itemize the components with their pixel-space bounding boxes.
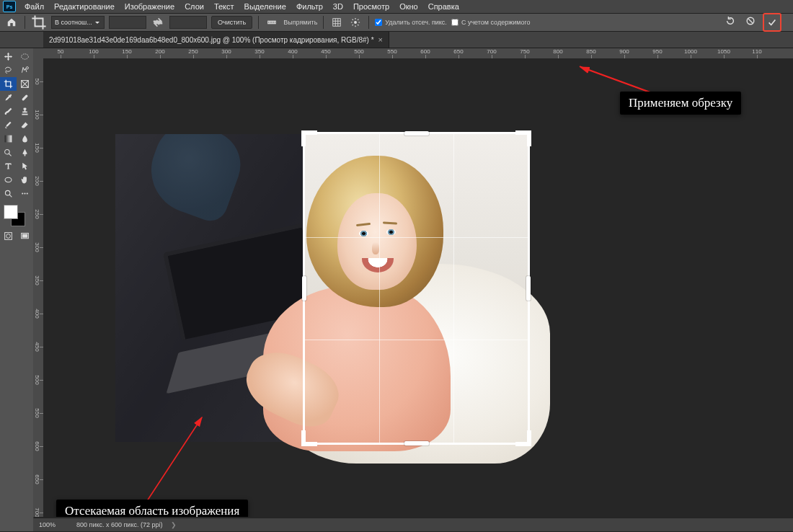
document-tab-title: 2d991018ae31d43e0de169daa6b48ed0_800x600… bbox=[49, 36, 374, 44]
svg-point-14 bbox=[27, 192, 28, 194]
canvas[interactable]: Применяем обрезку Отсекаемая область изо… bbox=[43, 58, 793, 517]
home-button[interactable] bbox=[4, 16, 19, 29]
svg-point-16 bbox=[6, 234, 11, 239]
svg-rect-8 bbox=[5, 136, 12, 143]
quick-select-tool[interactable] bbox=[17, 63, 33, 77]
delete-pixels-label: Удалить отсеч. пикс. bbox=[385, 19, 447, 26]
color-swatches[interactable] bbox=[4, 203, 30, 226]
svg-point-2 bbox=[354, 21, 357, 24]
workspace: 5010015020025030035040045050055060065070… bbox=[0, 48, 793, 531]
zoom-level[interactable]: 100% bbox=[39, 521, 68, 528]
svg-point-12 bbox=[22, 192, 23, 194]
ruler-origin[interactable] bbox=[33, 48, 44, 59]
crop-tool-indicator[interactable] bbox=[31, 16, 47, 29]
frame-tool[interactable] bbox=[17, 77, 33, 91]
crop-handle-bl[interactable] bbox=[301, 430, 317, 446]
menu-text[interactable]: Текст bbox=[210, 1, 239, 12]
dodge-tool[interactable] bbox=[0, 146, 17, 159]
move-tool[interactable] bbox=[0, 50, 17, 63]
menu-help[interactable]: Справка bbox=[424, 1, 464, 12]
document-tab-bar: 2d991018ae31d43e0de169daa6b48ed0_800x600… bbox=[0, 32, 793, 48]
type-tool[interactable] bbox=[0, 159, 17, 173]
menu-image[interactable]: Изображение bbox=[120, 1, 179, 12]
crop-width-input[interactable] bbox=[109, 16, 146, 29]
crop-handle-bottom[interactable] bbox=[404, 441, 429, 445]
crop-handle-tr[interactable] bbox=[515, 130, 531, 146]
svg-rect-15 bbox=[5, 233, 12, 240]
crop-handle-left[interactable] bbox=[302, 276, 306, 301]
stamp-tool[interactable] bbox=[17, 105, 33, 118]
quick-mask-button[interactable] bbox=[0, 229, 17, 243]
foreground-color[interactable] bbox=[4, 205, 18, 219]
options-bar: В соотнош... Очистить Выпрямить Удалить … bbox=[0, 14, 793, 32]
cancel-crop-button[interactable] bbox=[743, 13, 758, 29]
content-aware-label: С учетом содержимого bbox=[461, 19, 531, 26]
vertical-ruler[interactable]: 5010015020025030035040045050055060065070… bbox=[33, 58, 44, 517]
crop-tool[interactable] bbox=[0, 77, 17, 91]
reset-crop-button[interactable] bbox=[722, 13, 738, 29]
eyedropper-tool[interactable] bbox=[0, 91, 17, 105]
straighten-button[interactable] bbox=[265, 16, 279, 29]
shape-tool[interactable] bbox=[0, 173, 17, 187]
document-tab[interactable]: 2d991018ae31d43e0de169daa6b48ed0_800x600… bbox=[43, 32, 389, 48]
menu-layers[interactable]: Слои bbox=[180, 1, 208, 12]
healing-tool[interactable] bbox=[17, 91, 33, 105]
crop-handle-tl[interactable] bbox=[301, 130, 317, 146]
brush-tool[interactable] bbox=[0, 105, 17, 118]
crop-handle-top[interactable] bbox=[404, 131, 429, 136]
ratio-preset-dropdown[interactable]: В соотнош... bbox=[51, 16, 105, 29]
svg-point-13 bbox=[24, 192, 25, 194]
annotation-cut-area: Отсекаемая область изображения bbox=[56, 500, 248, 517]
commit-crop-button[interactable] bbox=[763, 13, 781, 32]
svg-point-5 bbox=[26, 67, 28, 69]
pen-tool[interactable] bbox=[17, 146, 33, 159]
clear-button[interactable]: Очистить bbox=[211, 16, 252, 29]
lasso-tool[interactable] bbox=[0, 63, 17, 77]
crop-height-input[interactable] bbox=[169, 16, 207, 29]
separator bbox=[368, 16, 369, 29]
svg-point-11 bbox=[5, 190, 10, 195]
horizontal-ruler[interactable]: 5010015020025030035040045050055060065070… bbox=[43, 48, 793, 59]
svg-rect-18 bbox=[22, 234, 27, 237]
menu-filter[interactable]: Фильтр bbox=[292, 1, 327, 12]
annotation-apply-crop: Применяем обрезку bbox=[620, 92, 741, 115]
crop-selection[interactable] bbox=[303, 132, 530, 445]
separator bbox=[258, 16, 259, 29]
ps-logo: Ps bbox=[3, 1, 16, 12]
path-select-tool[interactable] bbox=[17, 159, 33, 173]
svg-point-10 bbox=[5, 177, 12, 182]
content-aware-checkbox[interactable]: С учетом содержимого bbox=[451, 19, 531, 26]
menu-3d[interactable]: 3D bbox=[329, 1, 347, 12]
swap-dimensions-button[interactable] bbox=[151, 16, 165, 29]
menu-bar: Ps Файл Редактирование Изображение Слои … bbox=[0, 0, 793, 14]
straighten-label: Выпрямить bbox=[283, 19, 317, 26]
crop-options-button[interactable] bbox=[348, 16, 363, 29]
eraser-tool[interactable] bbox=[17, 118, 33, 132]
menu-edit[interactable]: Редактирование bbox=[50, 1, 119, 12]
menu-window[interactable]: Окно bbox=[395, 1, 422, 12]
status-flyout-button[interactable]: ❯ bbox=[171, 521, 177, 528]
blur-tool[interactable] bbox=[17, 132, 33, 146]
crop-handle-br[interactable] bbox=[515, 430, 531, 446]
document-dimensions: 800 пикс. x 600 пикс. (72 ppi) bbox=[76, 521, 162, 528]
gradient-tool[interactable] bbox=[0, 132, 17, 146]
history-brush-tool[interactable] bbox=[0, 118, 17, 132]
overlay-options-button[interactable] bbox=[329, 16, 344, 29]
hand-tool[interactable] bbox=[17, 173, 33, 187]
svg-rect-1 bbox=[333, 19, 341, 27]
menu-file[interactable]: Файл bbox=[20, 1, 48, 12]
close-tab-button[interactable]: × bbox=[378, 35, 383, 44]
menu-view[interactable]: Просмотр bbox=[349, 1, 394, 12]
separator bbox=[323, 16, 324, 29]
zoom-tool[interactable] bbox=[0, 187, 17, 200]
screen-mode-button[interactable] bbox=[17, 229, 33, 243]
svg-rect-7 bbox=[22, 94, 28, 101]
edit-toolbar-button[interactable] bbox=[17, 187, 33, 200]
crop-handle-right[interactable] bbox=[526, 276, 531, 301]
toolbox bbox=[0, 48, 34, 531]
delete-pixels-checkbox[interactable]: Удалить отсеч. пикс. bbox=[375, 19, 447, 26]
svg-point-4 bbox=[22, 54, 29, 59]
separator bbox=[25, 16, 25, 29]
marquee-tool[interactable] bbox=[17, 50, 33, 63]
menu-select[interactable]: Выделение bbox=[240, 1, 291, 12]
